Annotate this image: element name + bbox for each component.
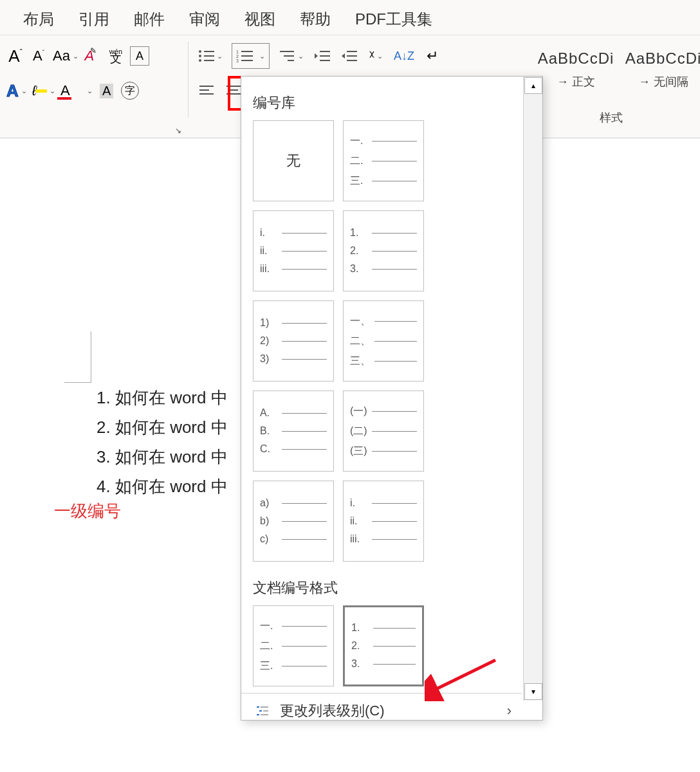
svg-point-2 bbox=[199, 55, 201, 57]
tab-mail[interactable]: 邮件 bbox=[134, 9, 165, 30]
change-case-button[interactable]: Aa⌄ bbox=[53, 43, 78, 69]
chevron-right-icon: › bbox=[507, 703, 511, 719]
document-formats-title: 文档编号格式 bbox=[241, 562, 522, 605]
menu-label: 更改列表级别(C) bbox=[280, 701, 385, 720]
clear-format-button[interactable]: A✎ bbox=[84, 43, 102, 69]
numbering-roman-lower-2[interactable]: i. ii. iii. bbox=[343, 481, 424, 562]
scroll-down-button[interactable]: ▾ bbox=[524, 683, 542, 700]
tab-help[interactable]: 帮助 bbox=[300, 9, 331, 30]
numbering-cjk-period[interactable]: 一. 二. 三. bbox=[343, 120, 424, 201]
align-left-button[interactable] bbox=[198, 78, 216, 104]
list-item: 3. 如何在 word 中 bbox=[97, 442, 228, 472]
popup-scrollbar[interactable]: ▴ ▾ bbox=[523, 77, 542, 701]
char-border-button[interactable]: A bbox=[130, 43, 149, 69]
style-sample: AaBbCcDi bbox=[538, 50, 614, 68]
numbering-lower-alpha-paren[interactable]: a) b) c) bbox=[253, 481, 334, 562]
annotation-red-text: 一级编号 bbox=[54, 500, 121, 522]
numbering-button[interactable]: 123 ⌄ bbox=[232, 43, 270, 69]
indent-icon bbox=[340, 49, 357, 63]
tab-reference[interactable]: 引用 bbox=[78, 9, 109, 30]
svg-text:1: 1 bbox=[236, 50, 239, 54]
numbering-cjk-comma[interactable]: 一、 二、 三、 bbox=[343, 300, 424, 381]
tab-layout[interactable]: 布局 bbox=[23, 9, 54, 30]
svg-marker-19 bbox=[342, 53, 345, 59]
decrease-font-button[interactable]: Aˇ bbox=[30, 43, 48, 69]
change-list-level-menu[interactable]: 更改列表级别(C) › bbox=[241, 694, 522, 720]
sort-button[interactable]: A↓Z bbox=[394, 43, 414, 69]
style-nospacing[interactable]: AaBbCcDi → 无间隔 bbox=[628, 50, 699, 89]
bullets-icon bbox=[198, 49, 214, 63]
numbering-arabic-period[interactable]: 1. 2. 3. bbox=[343, 210, 424, 291]
numbering-roman-lower[interactable]: i. ii. iii. bbox=[253, 210, 334, 291]
tab-pdf[interactable]: PDF工具集 bbox=[355, 9, 432, 30]
increase-indent-button[interactable] bbox=[340, 43, 358, 69]
tab-review[interactable]: 审阅 bbox=[189, 9, 220, 30]
svg-point-4 bbox=[199, 59, 201, 62]
enclose-char-button[interactable]: 字 bbox=[121, 78, 139, 104]
style-name: → 正文 bbox=[557, 74, 594, 89]
numbering-library-title: 编号库 bbox=[241, 77, 522, 120]
style-name: → 无间隔 bbox=[638, 74, 688, 89]
phonetic-guide-button[interactable]: wén文 bbox=[107, 43, 125, 69]
svg-point-0 bbox=[199, 50, 201, 53]
asian-layout-button[interactable]: ᵡ⌄ bbox=[367, 43, 385, 69]
multilevel-icon bbox=[279, 49, 295, 63]
numbering-none[interactable]: 无 bbox=[253, 120, 334, 201]
svg-text:2: 2 bbox=[236, 54, 239, 59]
char-shading-button[interactable]: A bbox=[98, 78, 116, 104]
list-item: 1. 如何在 word 中 bbox=[97, 383, 228, 412]
styles-group-label: 样式 bbox=[529, 110, 694, 125]
font-group-launcher[interactable]: ↘ bbox=[175, 126, 181, 135]
align-center-icon bbox=[226, 84, 241, 97]
docformat-arabic-selected[interactable]: 1. 2. 3. bbox=[343, 605, 424, 686]
style-sample: AaBbCcDi bbox=[625, 50, 700, 68]
increase-font-button[interactable]: Aˆ bbox=[6, 43, 24, 69]
numbering-upper-alpha[interactable]: A. B. C. bbox=[253, 391, 334, 472]
font-color-button[interactable]: A⌄ bbox=[60, 78, 93, 104]
docformat-cjk[interactable]: 一. 二. 三. bbox=[253, 605, 334, 686]
tab-view[interactable]: 视图 bbox=[244, 9, 275, 30]
style-normal[interactable]: AaBbCcDi → 正文 bbox=[540, 50, 611, 89]
show-marks-button[interactable]: ↵ bbox=[423, 43, 441, 69]
text-effects-button[interactable]: A⌄ bbox=[6, 78, 27, 104]
align-left-icon bbox=[199, 84, 214, 97]
highlight-button[interactable]: ℓ⌄ bbox=[32, 78, 55, 104]
outdent-icon bbox=[313, 49, 330, 63]
decrease-indent-button[interactable] bbox=[313, 43, 331, 69]
numbering-dropdown: 编号库 无 一. 二. 三. i. ii. iii. 1. 2. 3. 1) 2… bbox=[241, 76, 543, 721]
svg-text:3: 3 bbox=[236, 59, 239, 63]
list-item: 2. 如何在 word 中 bbox=[97, 412, 228, 442]
multilevel-list-button[interactable]: ⌄ bbox=[279, 43, 304, 69]
bullets-button[interactable]: ⌄ bbox=[198, 43, 223, 69]
numbering-arabic-paren[interactable]: 1) 2) 3) bbox=[253, 300, 334, 381]
svg-marker-15 bbox=[315, 53, 318, 59]
document-text[interactable]: 1. 如何在 word 中 2. 如何在 word 中 3. 如何在 word … bbox=[97, 383, 228, 501]
align-center-button[interactable] bbox=[225, 78, 243, 104]
page-corner bbox=[64, 331, 91, 383]
change-level-icon bbox=[254, 704, 271, 718]
scroll-up-button[interactable]: ▴ bbox=[524, 77, 542, 94]
numbering-icon: 123 bbox=[236, 49, 253, 63]
numbering-cjk-paren[interactable]: (一) (二) (三) bbox=[343, 391, 424, 472]
list-item: 4. 如何在 word 中 bbox=[97, 472, 228, 501]
